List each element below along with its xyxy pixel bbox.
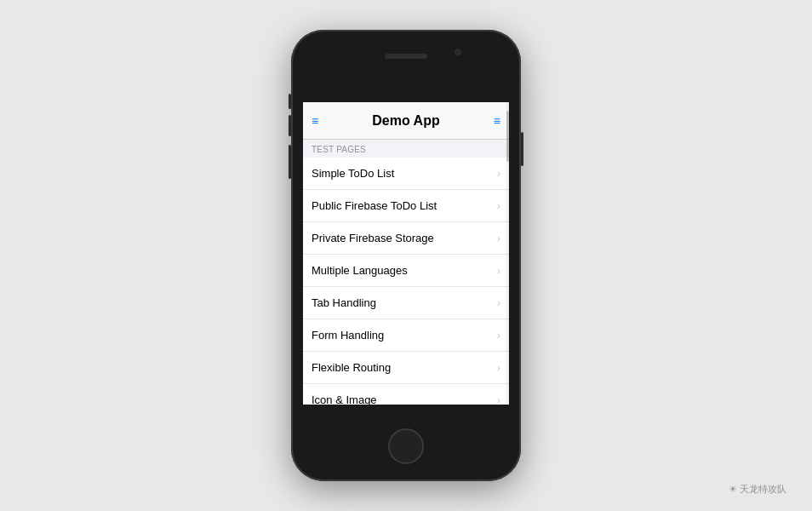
nav-right-icon[interactable]: ≡ <box>494 114 500 128</box>
section-header: TEST PAGES <box>303 140 509 158</box>
list-item[interactable]: Public Firebase ToDo List› <box>303 190 509 222</box>
list-item-text: Private Firebase Storage <box>312 232 497 244</box>
scroll-bar <box>506 111 509 162</box>
list-item-chevron-icon: › <box>497 265 500 277</box>
phone-device: ≡ Demo App ≡ TEST PAGES Simple ToDo List… <box>291 30 521 481</box>
list-item-chevron-icon: › <box>497 233 500 244</box>
list-item[interactable]: Multiple Languages› <box>303 255 509 287</box>
watermark: ☀ 天龙特攻队 <box>729 483 786 496</box>
list-item-chevron-icon: › <box>497 200 500 212</box>
list-item[interactable]: Flexible Routing› <box>303 352 509 384</box>
list-item-text: Tab Handling <box>312 296 497 309</box>
list-item[interactable]: Icon & Image› <box>303 384 509 405</box>
list-item-chevron-icon: › <box>497 168 500 180</box>
list-item[interactable]: Tab Handling› <box>303 287 509 319</box>
nav-title: Demo App <box>372 113 439 129</box>
phone-screen: ≡ Demo App ≡ TEST PAGES Simple ToDo List… <box>303 102 509 405</box>
list-group: Simple ToDo List›Public Firebase ToDo Li… <box>303 158 509 405</box>
list-item-text: Flexible Routing <box>312 361 497 374</box>
app-navbar: ≡ Demo App ≡ <box>303 102 509 140</box>
list-item-text: Multiple Languages <box>312 264 497 277</box>
phone-speaker <box>385 54 427 59</box>
phone-camera <box>455 49 461 55</box>
volume-down-button <box>289 145 291 179</box>
list-item-chevron-icon: › <box>497 297 500 309</box>
list-item-text: Simple ToDo List <box>312 167 497 180</box>
list-item[interactable]: Private Firebase Storage› <box>303 222 509 255</box>
power-button <box>521 132 523 166</box>
list-item-chevron-icon: › <box>497 394 500 405</box>
nav-left-icon[interactable]: ≡ <box>312 114 318 128</box>
app-content: TEST PAGES Simple ToDo List›Public Fireb… <box>303 140 509 405</box>
list-item-text: Form Handling <box>312 329 497 342</box>
list-item-text: Public Firebase ToDo List <box>312 199 497 212</box>
list-item-chevron-icon: › <box>497 362 500 374</box>
scroll-indicator <box>506 102 509 405</box>
list-item-chevron-icon: › <box>497 330 500 342</box>
list-item[interactable]: Simple ToDo List› <box>303 158 509 190</box>
silent-switch <box>289 94 291 109</box>
list-item[interactable]: Form Handling› <box>303 319 509 352</box>
volume-up-button <box>289 115 291 136</box>
home-button[interactable] <box>388 428 424 464</box>
list-item-text: Icon & Image <box>312 393 497 405</box>
